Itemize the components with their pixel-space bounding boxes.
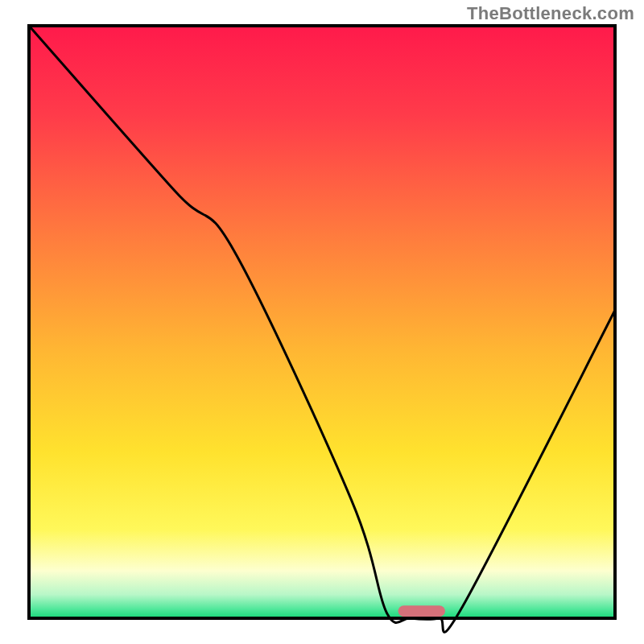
gradient-background: [29, 26, 615, 618]
watermark-text: TheBottleneck.com: [467, 3, 634, 24]
bottleneck-chart: [0, 0, 644, 644]
chart-container: TheBottleneck.com: [0, 0, 644, 644]
plot-area: [29, 26, 615, 632]
optimum-marker: [398, 605, 445, 617]
